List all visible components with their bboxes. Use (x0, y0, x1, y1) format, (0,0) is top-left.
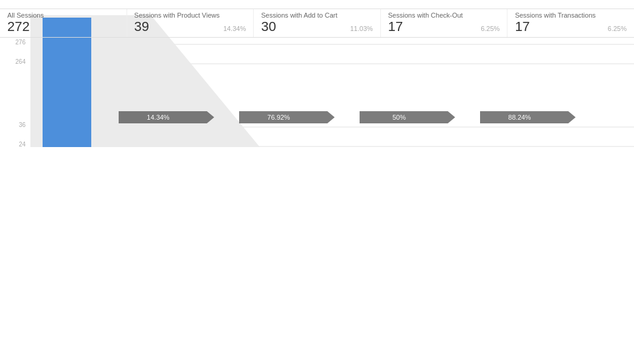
svg-text:14.34%: 14.34% (147, 114, 170, 121)
summary-label-all: All Sessions (7, 12, 119, 19)
summary-product-views: Sessions with Product Views 39 14.34% (127, 9, 254, 37)
svg-text:88.24%: 88.24% (508, 114, 531, 121)
summary-value-all: 272 (7, 19, 119, 35)
svg-text:276: 276 (15, 39, 26, 46)
summary-all-sessions: All Sessions 272 (0, 9, 127, 37)
summary-pct-tr: 6.25% (608, 25, 627, 32)
summary-add-cart: Sessions with Add to Cart 30 11.03% (253, 9, 380, 37)
summary-bar (0, 0, 634, 9)
summary-value-ac: 30 (261, 19, 276, 35)
summary-bar-overlay: All Sessions 272 Sessions with Product V… (0, 9, 634, 38)
summary-value-tr: 17 (515, 19, 529, 35)
summary-value-pv: 39 (134, 19, 149, 35)
svg-text:264: 264 (15, 58, 26, 65)
summary-pct-pv: 14.34% (223, 25, 246, 32)
summary-label-co: Sessions with Check-Out (388, 12, 500, 19)
summary-transactions: Sessions with Transactions 17 6.25% (507, 9, 634, 37)
svg-text:24: 24 (19, 141, 26, 147)
summary-pct-ac: 11.03% (350, 25, 372, 32)
summary-label-ac: Sessions with Add to Cart (261, 12, 373, 19)
summary-value-co: 17 (388, 19, 403, 35)
svg-text:36: 36 (19, 122, 26, 128)
arrow-badge-3 (360, 111, 455, 123)
summary-checkout: Sessions with Check-Out 17 6.25% (380, 9, 507, 37)
svg-text:50%: 50% (392, 114, 406, 121)
summary-pct-co: 6.25% (481, 25, 500, 32)
summary-label-tr: Sessions with Transactions (515, 12, 627, 19)
svg-text:76.92%: 76.92% (267, 114, 290, 121)
summary-label-pv: Sessions with Product Views (134, 12, 246, 19)
